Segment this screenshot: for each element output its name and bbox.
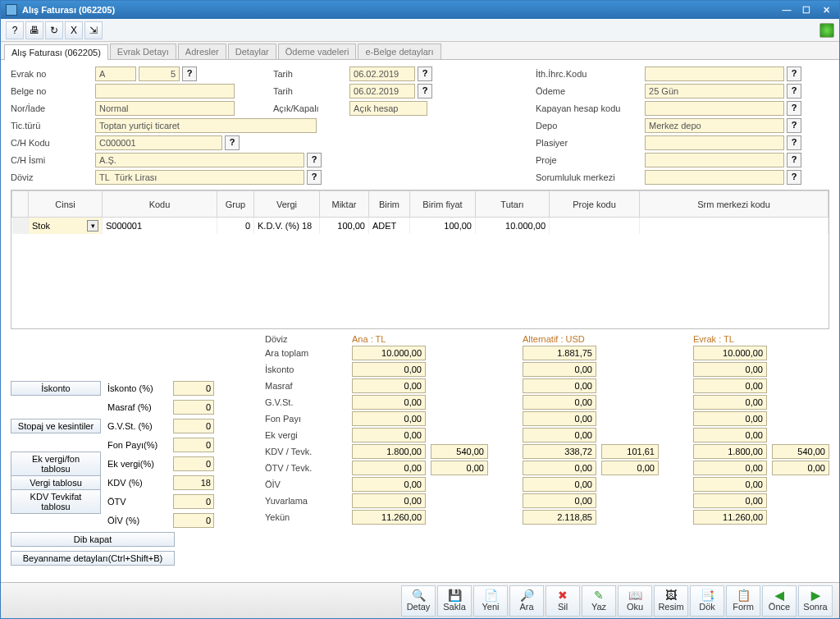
- row-birim[interactable]: ADET: [369, 218, 410, 234]
- line-items-grid[interactable]: Cinsi Kodu Grup Vergi Miktar Birim Birim…: [11, 190, 829, 329]
- odeme-input[interactable]: [645, 84, 784, 99]
- refresh-icon[interactable]: ↻: [45, 21, 63, 39]
- row-grup[interactable]: 0: [217, 218, 254, 234]
- form-button[interactable]: 📋Form: [726, 585, 760, 617]
- kdv-pct-input[interactable]: [173, 475, 214, 490]
- row-kodu[interactable]: S000001: [103, 218, 217, 234]
- col-cinsi[interactable]: Cinsi: [29, 191, 103, 218]
- detay-button[interactable]: 🔍Detay: [401, 585, 436, 617]
- dib-kapat-button[interactable]: Dib kapat: [11, 532, 175, 547]
- beyanname-button[interactable]: Beyanname detayları(Ctrl+Shift+B): [11, 551, 175, 566]
- kdv-tevkifat-button[interactable]: KDV Tevkifat tablosu: [11, 489, 101, 514]
- yeni-button[interactable]: 📄Yeni: [473, 585, 508, 617]
- col-miktar[interactable]: Miktar: [320, 191, 369, 218]
- once-button[interactable]: ◀Önce: [762, 585, 797, 617]
- vergi-tablosu-button[interactable]: Vergi tablosu: [11, 475, 101, 490]
- print-icon[interactable]: 🖶: [25, 21, 43, 39]
- depo-input[interactable]: [645, 118, 784, 133]
- doviz-input[interactable]: [95, 170, 304, 185]
- sil-button[interactable]: ✖Sil: [546, 585, 580, 617]
- evrak-no-number-input[interactable]: [139, 66, 180, 81]
- col-birim-fiyat[interactable]: Birim fiyat: [410, 191, 476, 218]
- doviz-lookup-button[interactable]: ?: [307, 170, 322, 185]
- tarih2-picker-button[interactable]: ?: [418, 84, 432, 99]
- tab-evrak-detayi[interactable]: Evrak Detayı: [110, 44, 176, 59]
- table-row[interactable]: Stok ▾ S000001 0 K.D.V. (%) 18 100,00 AD…: [12, 218, 829, 234]
- col-tutari[interactable]: Tutarı: [476, 191, 550, 218]
- col-grup[interactable]: Grup: [217, 191, 254, 218]
- otv-pct-input[interactable]: [173, 494, 214, 509]
- stopaj-button[interactable]: Stopaj ve kesintiler: [11, 419, 101, 433]
- evrak-no-lookup-button[interactable]: ?: [182, 66, 197, 81]
- gvst-pct-input[interactable]: [173, 419, 214, 433]
- ith-ihrc-lookup-button[interactable]: ?: [787, 66, 801, 81]
- tic-turu-input[interactable]: [95, 118, 317, 133]
- ekvergi-pct-input[interactable]: [173, 456, 214, 471]
- maximize-button[interactable]: ☐: [798, 4, 815, 16]
- ch-ismi-input[interactable]: [95, 153, 304, 167]
- row-miktar[interactable]: 100,00: [320, 218, 369, 234]
- oiv-pct-input[interactable]: [173, 513, 214, 528]
- fon-pct-input[interactable]: [173, 438, 214, 452]
- iskonto-button[interactable]: İskonto: [11, 381, 101, 396]
- row-cinsi-dropdown-button[interactable]: ▾: [87, 220, 98, 232]
- ith-ihrc-input[interactable]: [645, 66, 784, 81]
- export-excel-icon[interactable]: X: [65, 21, 83, 39]
- iskonto-pct-input[interactable]: [173, 381, 214, 396]
- tab-ebelge-detaylari[interactable]: e-Belge detayları: [358, 44, 441, 59]
- tab-adresler[interactable]: Adresler: [178, 44, 226, 59]
- depo-lookup-button[interactable]: ?: [787, 118, 801, 133]
- col-kodu[interactable]: Kodu: [103, 191, 217, 218]
- ch-ismi-lookup-button[interactable]: ?: [307, 153, 322, 167]
- export-icon[interactable]: ⇲: [84, 21, 103, 39]
- resim-button[interactable]: 🖼Resim: [654, 585, 688, 617]
- acik-kapali-input[interactable]: [349, 101, 427, 116]
- ekvergi-button[interactable]: Ek vergi/fon tablosu: [11, 452, 101, 476]
- tab-detaylar[interactable]: Detaylar: [228, 44, 276, 59]
- dok-button[interactable]: 📑Dök: [690, 585, 724, 617]
- sorumluluk-lookup-button[interactable]: ?: [787, 170, 801, 185]
- yaz-button[interactable]: ✎Yaz: [582, 585, 616, 617]
- sonra-button[interactable]: ▶Sonra: [798, 585, 833, 617]
- sum-gv-usd: 0,00: [523, 395, 596, 410]
- row-birim-fiyat[interactable]: 100,00: [410, 218, 476, 234]
- col-proje-kodu[interactable]: Proje kodu: [550, 191, 640, 218]
- ara-button[interactable]: 🔎Ara: [509, 585, 544, 617]
- evrak-no-prefix-input[interactable]: [95, 66, 136, 81]
- col-birim[interactable]: Birim: [369, 191, 410, 218]
- save-icon: 💾: [448, 589, 462, 601]
- proje-label: Proje: [536, 155, 642, 165]
- sorumluluk-input[interactable]: [645, 170, 784, 185]
- odeme-lookup-button[interactable]: ?: [787, 84, 801, 99]
- minimize-button[interactable]: —: [778, 4, 795, 16]
- col-vergi[interactable]: Vergi: [254, 191, 320, 218]
- sum-fon-evrak: 0,00: [693, 411, 767, 426]
- row-proje[interactable]: [550, 218, 640, 234]
- row-tutar[interactable]: 10.000,00: [476, 218, 550, 234]
- help-icon[interactable]: ?: [6, 21, 24, 39]
- magnifier-icon: 🔍: [412, 589, 426, 601]
- row-vergi[interactable]: K.D.V. (%) 18: [254, 218, 320, 234]
- tarih1-picker-button[interactable]: ?: [418, 66, 432, 81]
- sakla-button[interactable]: 💾Sakla: [437, 585, 472, 617]
- doc-icon: 📑: [701, 589, 714, 601]
- tarih2-input[interactable]: [349, 84, 415, 99]
- ch-kodu-input[interactable]: [95, 135, 222, 150]
- proje-lookup-button[interactable]: ?: [787, 153, 801, 167]
- col-srm-merkezi-kodu[interactable]: Srm merkezi kodu: [640, 191, 829, 218]
- kapayan-input[interactable]: [645, 101, 784, 116]
- tab-alis-faturasi[interactable]: Alış Faturası (062205): [4, 44, 108, 60]
- close-button[interactable]: ✕: [818, 4, 834, 16]
- kapayan-lookup-button[interactable]: ?: [787, 101, 801, 116]
- row-srm[interactable]: [640, 218, 829, 234]
- nor-iade-input[interactable]: [95, 101, 235, 116]
- ch-kodu-lookup-button[interactable]: ?: [225, 135, 240, 150]
- proje-input[interactable]: [645, 153, 784, 167]
- plasiyer-lookup-button[interactable]: ?: [787, 135, 801, 150]
- masraf-pct-input[interactable]: [173, 400, 214, 415]
- belge-no-input[interactable]: [95, 84, 235, 99]
- tab-odeme-vadeleri[interactable]: Ödeme vadeleri: [278, 44, 357, 59]
- oku-button[interactable]: 📖Oku: [618, 585, 652, 617]
- tarih1-input[interactable]: [349, 66, 415, 81]
- plasiyer-input[interactable]: [645, 135, 784, 150]
